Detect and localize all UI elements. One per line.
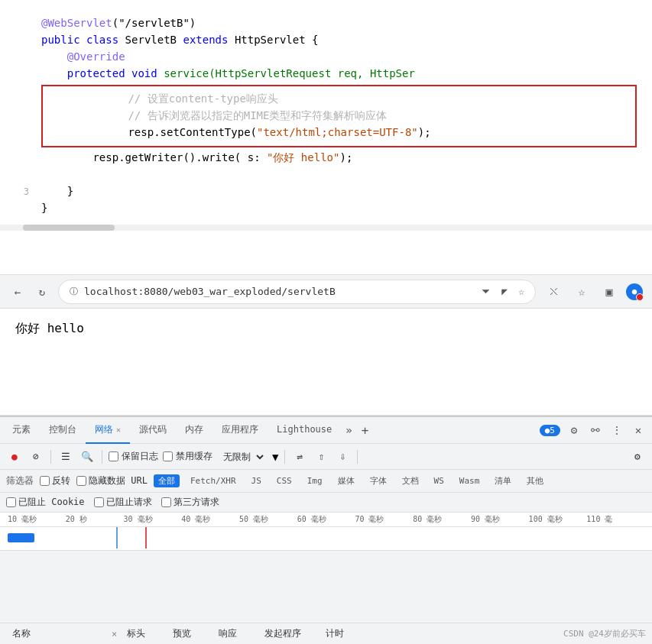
col-initiator: 发起程序: [258, 627, 320, 640]
devtools-settings-icon[interactable]: ⚙: [563, 419, 585, 441]
separator-4: [357, 450, 358, 464]
throttle-arrow[interactable]: ▼: [272, 451, 278, 463]
timeline-ruler: 10 毫秒 20 秒 30 毫秒 40 毫秒 50 毫秒 60 毫秒 70 毫秒…: [0, 513, 652, 527]
col-timing: 计时: [320, 627, 365, 640]
star-icon: ☆: [518, 286, 524, 297]
reload-button[interactable]: ↻: [34, 283, 50, 300]
code-line-4: protected void service(HttpServletReques…: [15, 66, 637, 83]
filter-font[interactable]: 字体: [365, 474, 391, 487]
highlighted-code-block: // 设置content-type响应头 // 告诉浏览器以指定的MIME类型和…: [41, 85, 637, 147]
url-text: localhost:8080/web03_war_exploded/servle…: [84, 286, 336, 297]
back-button[interactable]: ←: [9, 283, 26, 300]
code-setcontenttype: resp.setContentType("text/html;charset=U…: [50, 125, 628, 141]
filter-other[interactable]: 其他: [522, 474, 548, 487]
separator-2: [102, 450, 102, 464]
filter-ws[interactable]: WS: [430, 475, 449, 487]
split-icon: ◤: [501, 286, 508, 297]
search-icon[interactable]: 🔍: [79, 448, 96, 465]
tab-memory[interactable]: 内存: [176, 417, 212, 444]
tab-source[interactable]: 源代码: [130, 417, 176, 444]
browser-nav: ← ↻ ⓘ localhost:8080/web03_war_exploded/…: [0, 275, 652, 309]
devtools-badge: ●5: [540, 425, 560, 436]
download-icon[interactable]: ⇩: [334, 448, 351, 465]
code-editor: @WebServlet("/servletB") public class Se…: [0, 0, 652, 275]
clear-button[interactable]: ⊘: [28, 448, 44, 465]
code-line-3: @Override: [15, 49, 637, 66]
code-scrollbar[interactable]: [0, 225, 652, 231]
table-header: 名称 × 标头 预览 响应 发起程序 计时 CSDN @24岁前必买车: [0, 623, 652, 644]
throttle-select[interactable]: 无限制: [217, 449, 266, 464]
filter-doc[interactable]: 文档: [397, 474, 423, 487]
col-x: ×: [105, 629, 121, 639]
col-headers: 标头: [121, 627, 167, 640]
col-name: 名称: [6, 627, 105, 640]
profile-button[interactable]: ●: [626, 283, 643, 300]
filter-css[interactable]: CSS: [272, 475, 297, 487]
devtools-more-icon[interactable]: ⋮: [606, 419, 628, 441]
filter-js[interactable]: JS: [247, 475, 266, 487]
tab-lighthouse[interactable]: Lighthouse: [268, 417, 341, 444]
filter-media[interactable]: 媒体: [333, 474, 359, 487]
lock-icon: ⓘ: [70, 286, 78, 297]
devtools-tabs: 元素 控制台 网络 ✕ 源代码 内存 应用程序 Lighthouse » +: [0, 417, 652, 444]
devtools-toolbar: ● ⊘ ☰ 🔍 保留日志 禁用缓存 无限制 ▼ ⇌ ⇧ ⇩ ⚙: [0, 444, 652, 470]
filter-row: 筛选器 反转 隐藏数据 URL 全部 Fetch/XHR JS CSS Img …: [0, 470, 652, 493]
filter-fetch-xhr[interactable]: Fetch/XHR: [186, 475, 241, 487]
code-comment-2: // 告诉浏览器以指定的MIME类型和字符集解析响应体: [50, 108, 628, 125]
code-comment-1: // 设置content-type响应头: [50, 91, 628, 108]
address-bar[interactable]: ⓘ localhost:8080/web03_war_exploded/serv…: [58, 280, 536, 304]
filter-img[interactable]: Img: [303, 475, 327, 487]
separator-3: [284, 450, 285, 464]
wifi-icon[interactable]: ⇌: [291, 448, 308, 465]
filter-icon[interactable]: ☰: [57, 448, 74, 465]
cookie-filter-row: 已阻止 Cookie 已阻止请求 第三方请求: [0, 493, 652, 513]
timeline-request-bar: [8, 533, 34, 542]
tab-network[interactable]: 网络 ✕: [86, 417, 130, 444]
settings-icon[interactable]: ⚙: [629, 448, 646, 465]
disable-cache-check[interactable]: 禁用缓存: [163, 450, 212, 463]
preserve-log-check[interactable]: 保留日志: [109, 450, 158, 463]
watermark-text: CSDN @24岁前必买车: [563, 628, 646, 639]
separator-1: [50, 450, 51, 464]
blocked-request-check[interactable]: 已阻止请求: [94, 496, 152, 509]
filter-wasm[interactable]: Wasm: [455, 475, 485, 487]
devtools: 元素 控制台 网络 ✕ 源代码 内存 应用程序 Lighthouse » +: [0, 416, 652, 644]
code-getwriter: resp.getWriter().write( s: "你好 hello");: [15, 150, 637, 167]
code-close-1: 3 }: [15, 183, 637, 200]
tab-elements[interactable]: 元素: [3, 417, 40, 444]
favorites-icon[interactable]: ☆: [571, 281, 592, 303]
page-content: 你好 hello: [0, 309, 652, 416]
col-response: 响应: [212, 627, 258, 640]
browser: ← ↻ ⓘ localhost:8080/web03_war_exploded/…: [0, 275, 652, 644]
code-close-2: }: [15, 200, 637, 217]
upload-icon[interactable]: ⇧: [313, 448, 329, 465]
collections-icon[interactable]: ▣: [598, 281, 620, 303]
extensions-icon[interactable]: ⛌: [543, 281, 565, 303]
filter-manifest[interactable]: 清单: [490, 474, 516, 487]
devtools-cast-icon[interactable]: ⚯: [585, 419, 606, 441]
page-text: 你好 hello: [15, 321, 84, 335]
blocked-cookie-check[interactable]: 已阻止 Cookie: [6, 496, 85, 509]
tab-console[interactable]: 控制台: [40, 417, 86, 444]
third-party-check[interactable]: 第三方请求: [161, 496, 219, 509]
browser-actions: ⛌ ☆ ▣ ●: [543, 281, 643, 303]
code-line-2: public class ServletB extends HttpServle…: [15, 32, 637, 49]
record-button[interactable]: ●: [6, 448, 23, 465]
tab-application[interactable]: 应用程序: [212, 417, 268, 444]
timeline-red-line: [145, 527, 147, 549]
tab-more-button[interactable]: »: [341, 424, 356, 436]
code-line-1: @WebServlet("/servletB"): [15, 15, 637, 32]
timeline-blue-line: [116, 527, 118, 549]
col-preview: 预览: [167, 627, 212, 640]
tab-network-close[interactable]: ✕: [116, 426, 121, 434]
timeline: 10 毫秒 20 秒 30 毫秒 40 毫秒 50 毫秒 60 毫秒 70 毫秒…: [0, 513, 652, 551]
filter-all[interactable]: 全部: [154, 474, 180, 487]
invert-check[interactable]: 反转: [40, 474, 70, 487]
hide-data-url-check[interactable]: 隐藏数据 URL: [76, 474, 148, 487]
scrollbar-thumb[interactable]: [23, 225, 115, 231]
code-content: @WebServlet("/servletB") public class Se…: [0, 8, 652, 225]
timeline-bars: [0, 527, 652, 549]
read-aloud-icon: ⏷: [481, 286, 491, 297]
devtools-close-icon[interactable]: ✕: [628, 419, 649, 441]
tab-add-button[interactable]: +: [357, 423, 374, 438]
